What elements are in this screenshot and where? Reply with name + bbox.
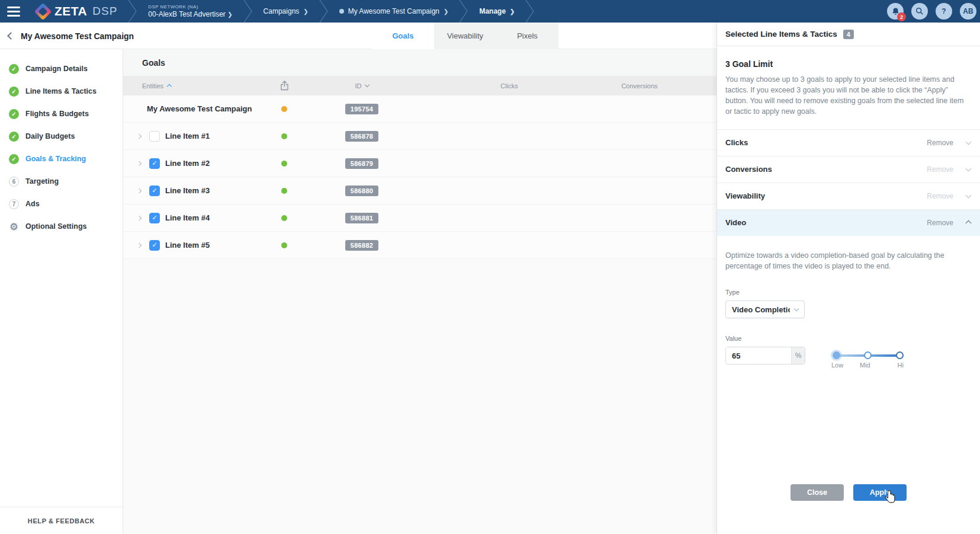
remove-clicks-button[interactable]: Remove (927, 139, 953, 147)
sidebar-item-flights-budgets[interactable]: ✓ Flights & Budgets (0, 103, 123, 125)
breadcrumb-campaigns[interactable]: Campaigns❯ (253, 0, 319, 23)
caret-icon: ❯ (227, 11, 232, 18)
table-header-row: Entities ID Clicks Conversions (123, 76, 716, 95)
table-row-line-item[interactable]: ✓ Line Item #2 586879 (123, 150, 716, 177)
step-number-icon: 7 (9, 199, 19, 209)
remove-viewability-button[interactable]: Remove (927, 192, 953, 200)
sidebar-item-ads[interactable]: 7 Ads (0, 193, 123, 215)
value-slider[interactable]: Low Mid Hi (834, 351, 902, 360)
breadcrumb-separator-icon (319, 0, 329, 23)
entity-name: Line Item #5 (165, 241, 210, 250)
table-row-line-item[interactable]: ✓ Line Item #3 586880 (123, 177, 716, 204)
breadcrumb-separator-icon (243, 0, 253, 23)
caret-icon: ❯ (303, 8, 308, 15)
avatar-initials: AB (963, 7, 973, 15)
goal-row-video[interactable]: Video Remove (717, 209, 980, 236)
notifications-button[interactable]: 2 (887, 3, 904, 20)
row-checkbox-checked[interactable]: ✓ (149, 213, 160, 223)
breadcrumb-advertiser-text: DSP NETWORK (NA) 00-AlexB Test Advertise… (148, 4, 232, 19)
sidebar-item-targeting[interactable]: 6 Targeting (0, 170, 123, 193)
search-icon (915, 7, 924, 15)
section-title: Goals (123, 49, 716, 76)
help-feedback-link[interactable]: HELP & FEEDBACK (0, 507, 123, 534)
row-checkbox-checked[interactable]: ✓ (149, 186, 160, 196)
remove-video-button[interactable]: Remove (927, 219, 953, 227)
expand-row-button[interactable] (137, 244, 147, 247)
zeta-dsp-logo[interactable]: ZETA DSP (27, 0, 128, 23)
value-input-group: % (725, 347, 805, 364)
check-circle-icon: ✓ (9, 154, 19, 164)
column-header-share[interactable] (265, 81, 303, 91)
zeta-diamond-icon (34, 2, 52, 20)
value-input[interactable] (726, 347, 791, 364)
entity-name: Line Item #4 (165, 213, 210, 222)
chevron-down-icon (966, 139, 972, 145)
column-header-id[interactable]: ID (303, 82, 420, 89)
sidebar-item-daily-budgets[interactable]: ✓ Daily Budgets (0, 125, 123, 148)
percent-unit: % (791, 347, 805, 364)
goal-row-conversions[interactable]: Conversions Remove (717, 156, 980, 183)
avatar[interactable]: AB (960, 3, 976, 20)
goal-limit-title: 3 Goal Limit (725, 59, 972, 69)
navbar-actions: 2 ? AB (887, 0, 980, 23)
breadcrumb-separator-icon (128, 0, 137, 23)
check-circle-icon: ✓ (9, 109, 19, 119)
status-dot-icon (281, 242, 287, 248)
video-goal-description: Optimize towards a video completion-base… (725, 250, 968, 273)
column-header-conversions[interactable]: Conversions (598, 82, 681, 89)
back-arrow-icon[interactable] (7, 32, 15, 40)
status-dot-icon (281, 188, 287, 194)
table-row-line-item[interactable]: ✓ Line Item #4 586881 (123, 204, 716, 232)
expand-row-button[interactable] (137, 135, 147, 138)
tab-goals[interactable]: Goals (372, 23, 434, 49)
table-row-campaign[interactable]: My Awesome Test Campaign 195754 (123, 95, 716, 123)
table-row-line-item[interactable]: ✓ Line Item #5 586882 (123, 232, 716, 259)
sidebar-item-goals-tracking[interactable]: ✓ Goals & Tracking (0, 148, 123, 170)
sidebar-item-optional-settings[interactable]: ⚙ Optional Settings (0, 215, 123, 238)
slider-label-low: Low (831, 362, 843, 369)
help-button[interactable]: ? (936, 3, 952, 20)
brand-suffix: DSP (92, 5, 117, 18)
row-checkbox-unchecked[interactable] (149, 131, 160, 142)
page-header-strip: My Awesome Test Campaign Goals Viewabili… (0, 23, 716, 49)
video-type-dropdown[interactable]: Video Completio... (725, 300, 805, 318)
sidebar-item-campaign-details[interactable]: ✓ Campaign Details (0, 57, 123, 80)
id-badge: 586880 (345, 186, 379, 196)
slider-knob-hi[interactable] (896, 351, 904, 359)
id-badge: 586882 (345, 240, 379, 251)
goal-row-clicks[interactable]: Clicks Remove (717, 129, 980, 156)
goals-table-area: Goals Entities ID Clicks Conversions My … (123, 49, 716, 534)
hamburger-menu-icon[interactable] (0, 0, 27, 23)
expand-row-button[interactable] (137, 216, 147, 220)
campaign-steps-sidebar: ✓ Campaign Details ✓ Line Items & Tactic… (0, 49, 123, 534)
breadcrumb-campaign[interactable]: My Awesome Test Campaign❯ (329, 0, 460, 23)
breadcrumb-manage[interactable]: Manage❯ (468, 0, 525, 23)
apply-button[interactable]: Apply (853, 484, 907, 501)
slider-knob-mid[interactable] (864, 351, 872, 359)
id-badge: 586879 (345, 158, 379, 169)
tab-viewability[interactable]: Viewability (434, 23, 496, 49)
search-button[interactable] (911, 3, 928, 20)
breadcrumb-separator-icon (525, 0, 535, 23)
breadcrumb-separator-icon (459, 0, 468, 23)
goal-row-viewability[interactable]: Viewability Remove (717, 183, 980, 209)
tab-pixels[interactable]: Pixels (496, 23, 558, 49)
column-header-clicks[interactable]: Clicks (420, 82, 598, 89)
chevron-down-icon (966, 165, 972, 171)
slider-knob-low[interactable] (833, 351, 840, 359)
row-checkbox-checked[interactable]: ✓ (149, 240, 160, 251)
expand-row-button[interactable] (137, 162, 147, 165)
column-header-entities[interactable]: Entities (123, 82, 265, 89)
sidebar-item-line-items-tactics[interactable]: ✓ Line Items & Tactics (0, 80, 123, 103)
remove-conversions-button[interactable]: Remove (927, 165, 953, 174)
campaign-status-dot-icon (339, 9, 344, 14)
id-badge: 586881 (345, 213, 379, 223)
goal-tabs: Goals Viewability Pixels (372, 23, 558, 49)
sort-desc-icon (364, 82, 369, 87)
row-checkbox-checked[interactable]: ✓ (149, 158, 160, 169)
close-button[interactable]: Close (791, 484, 844, 501)
table-row-line-item[interactable]: Line Item #1 586878 (123, 123, 716, 150)
expand-row-button[interactable] (137, 189, 147, 193)
panel-title: Selected Line Items & Tactics (725, 30, 837, 39)
breadcrumb-advertiser[interactable]: DSP NETWORK (NA) 00-AlexB Test Advertise… (137, 0, 243, 23)
